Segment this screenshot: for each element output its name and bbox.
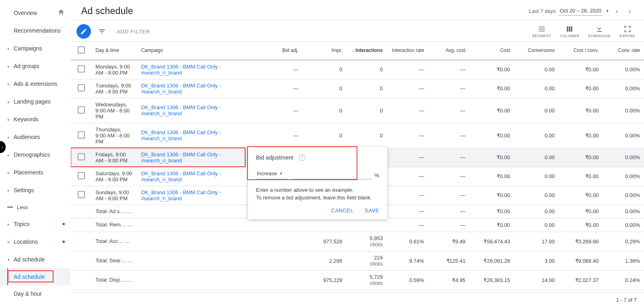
help-icon[interactable]: ? bbox=[130, 222, 136, 228]
expand-button[interactable]: EXPAND bbox=[619, 25, 635, 38]
cell-day: Saturdays, 9:00 AM - 8:00 PM bbox=[91, 167, 137, 186]
chevron-right-icon: ▸ bbox=[6, 64, 11, 68]
download-button[interactable]: DOWNLOAD bbox=[588, 25, 611, 38]
add-filter-button[interactable]: ADD FILTER bbox=[117, 29, 150, 35]
popover-title: Bid adjustment bbox=[256, 154, 293, 161]
date-next-button[interactable]: › bbox=[625, 6, 635, 17]
sidebar-item-ads-extensions[interactable]: ▸Ads & extensions bbox=[0, 75, 70, 93]
sidebar-item-label: Recommendations bbox=[14, 27, 65, 34]
sidebar-item-keywords[interactable]: ▸Keywords bbox=[0, 110, 70, 128]
bid-value-input[interactable] bbox=[293, 171, 372, 179]
create-button[interactable] bbox=[76, 24, 91, 39]
table-row[interactable]: Wednesdays, 9:00 AM - 8:00 PMDK_Brand 13… bbox=[71, 98, 644, 123]
help-icon[interactable]: ? bbox=[130, 258, 136, 264]
cancel-button[interactable]: CANCEL bbox=[331, 207, 354, 214]
sidebar-item-locations[interactable]: ▸Locations bbox=[0, 233, 70, 251]
cell-conv: 0.00 bbox=[514, 123, 559, 148]
sidebar-item-label: Topics bbox=[14, 221, 60, 227]
row-checkbox[interactable] bbox=[78, 172, 85, 179]
table-row[interactable]: Thursdays, 9:00 AM - 8:00 PMDK_Brand 130… bbox=[71, 123, 644, 148]
total-label: Total: Ad s… ? bbox=[91, 205, 137, 218]
bid-mode-select[interactable]: Increase ▼ bbox=[256, 169, 287, 179]
help-icon[interactable]: ? bbox=[129, 208, 135, 215]
cell-bid: — bbox=[247, 79, 303, 98]
table-row[interactable]: Tuesdays, 9:00 AM - 8:00 PMDK_Brand 1306… bbox=[71, 79, 644, 98]
col-cpc[interactable]: Cost / conv. bbox=[559, 41, 603, 60]
total-row: Total: Disp… ?975,2295,729clicks0.59%₹4.… bbox=[71, 270, 644, 290]
tool-label: DOWNLOAD bbox=[588, 34, 611, 38]
sidebar-sub-label: Day & hour bbox=[14, 290, 42, 297]
cell-avg: — bbox=[428, 186, 470, 205]
date-range-picker[interactable]: Last 7 days Oct 20 – 26, 2020 ▼ ‹ › bbox=[529, 6, 635, 17]
sidebar-item-campaigns[interactable]: ▸Campaigns bbox=[0, 39, 70, 57]
row-checkbox[interactable] bbox=[78, 131, 85, 139]
campaign-link[interactable]: DK_Brand 1306 - BMM Call Only - #search_… bbox=[141, 129, 221, 141]
col-bid[interactable]: Bid adj. bbox=[247, 41, 303, 60]
row-checkbox[interactable] bbox=[78, 191, 85, 198]
col-cost[interactable]: Cost bbox=[469, 41, 514, 60]
help-icon[interactable]: ? bbox=[299, 154, 305, 161]
popover-help-text: Enter a number above to see an example. … bbox=[256, 187, 379, 202]
col-avg[interactable]: Avg. cost bbox=[428, 41, 470, 60]
cell-rate: — bbox=[387, 98, 428, 123]
sidebar-item-ad-groups[interactable]: ▸Ad groups bbox=[0, 57, 70, 75]
select-all-checkbox[interactable] bbox=[78, 46, 85, 54]
sidebar-item-landing-pages[interactable]: ▸Landing pages bbox=[0, 93, 70, 110]
cell-impr: 0 bbox=[302, 79, 346, 98]
download-icon bbox=[595, 25, 604, 33]
col-crate[interactable]: Conv. rate bbox=[603, 41, 644, 60]
help-icon[interactable]: ? bbox=[129, 277, 136, 284]
sidebar-item-audiences[interactable]: ▸Audiences bbox=[0, 128, 70, 146]
cell-cost: ₹0.00 bbox=[469, 123, 514, 148]
filter-icon[interactable] bbox=[97, 27, 106, 35]
row-checkbox[interactable] bbox=[78, 84, 85, 91]
save-button[interactable]: SAVE bbox=[365, 207, 379, 214]
toolbar: ADD FILTER SEGMENT COLUMNS DOWNLOAD EXPA… bbox=[71, 20, 644, 41]
home-icon bbox=[58, 8, 65, 18]
sidebar-item-label: Locations bbox=[14, 239, 60, 245]
campaign-link[interactable]: DK_Brand 1306 - BMM Call Only - #search_… bbox=[141, 189, 221, 201]
sidebar-item-topics[interactable]: ▸Topics bbox=[0, 215, 70, 233]
sidebar-item-ad-schedule[interactable]: ▾Ad schedule bbox=[0, 251, 70, 268]
sidebar-item-overview[interactable]: Overview bbox=[0, 4, 70, 22]
sidebar-sub-day-hour[interactable]: Day & hour bbox=[0, 285, 70, 302]
row-checkbox[interactable] bbox=[78, 153, 85, 160]
sidebar-item-recommendations[interactable]: Recommendations bbox=[0, 22, 70, 39]
row-checkbox[interactable] bbox=[78, 106, 85, 114]
columns-button[interactable]: COLUMNS bbox=[560, 25, 579, 38]
cell-conv: 0.00 bbox=[514, 79, 559, 98]
segment-button[interactable]: SEGMENT bbox=[532, 25, 551, 38]
sidebar-item-settings[interactable]: ▸Settings bbox=[0, 181, 70, 199]
dropdown-icon: ▼ bbox=[279, 172, 283, 176]
col-interactions[interactable]: ↓ Interactions bbox=[346, 41, 387, 60]
sidebar-sub-ad-schedule[interactable]: Ad schedule bbox=[0, 268, 70, 285]
campaign-link[interactable]: DK_Brand 1306 - BMM Call Only - #search_… bbox=[141, 170, 221, 183]
page-header: Ad schedule Last 7 days Oct 20 – 26, 202… bbox=[71, 0, 644, 20]
cell-bid: — bbox=[247, 98, 303, 123]
expand-icon bbox=[623, 25, 632, 33]
col-rate[interactable]: Interaction rate bbox=[387, 41, 428, 60]
row-checkbox[interactable] bbox=[78, 65, 85, 73]
total-row: Total: Rem… ?——₹0.000.00₹0.000.00% bbox=[71, 218, 644, 232]
col-conv[interactable]: Conversions bbox=[514, 41, 559, 60]
cell-day: Mondays, 9:00 AM - 8:00 PM bbox=[91, 60, 137, 79]
campaign-link[interactable]: DK_Brand 1306 - BMM Call Only - #search_… bbox=[141, 64, 221, 76]
col-impr[interactable]: Impr. bbox=[302, 41, 346, 60]
cell-conv: 0.00 bbox=[514, 167, 559, 186]
date-prev-button[interactable]: ‹ bbox=[612, 6, 622, 17]
sidebar-item-demographics[interactable]: ▸Demographics bbox=[0, 146, 70, 164]
campaign-link[interactable]: DK_Brand 1306 - BMM Call Only - #search_… bbox=[141, 83, 221, 95]
date-range: Oct 20 – 26, 2020 bbox=[558, 7, 603, 16]
sidebar-item-placements[interactable]: ▸Placements bbox=[0, 164, 70, 181]
col-campaign[interactable]: Campaign bbox=[137, 41, 247, 60]
sidebar-item-label: Landing pages bbox=[14, 98, 65, 105]
campaign-link[interactable]: DK_Brand 1306 - BMM Call Only - #search_… bbox=[141, 104, 221, 116]
pagination-label: 1 - 7 of 7 bbox=[616, 297, 637, 303]
campaign-link[interactable]: DK_Brand 1306 - BMM Call Only - #search_… bbox=[141, 151, 221, 164]
col-day[interactable]: Day & time bbox=[91, 41, 137, 60]
sidebar-less-toggle[interactable]: Less bbox=[0, 199, 70, 215]
sidebar-item-label: Campaigns bbox=[14, 45, 65, 52]
chevron-right-icon: ▸ bbox=[6, 222, 11, 226]
table-row[interactable]: Mondays, 9:00 AM - 8:00 PMDK_Brand 1306 … bbox=[71, 60, 644, 79]
help-icon[interactable]: ? bbox=[127, 238, 134, 245]
